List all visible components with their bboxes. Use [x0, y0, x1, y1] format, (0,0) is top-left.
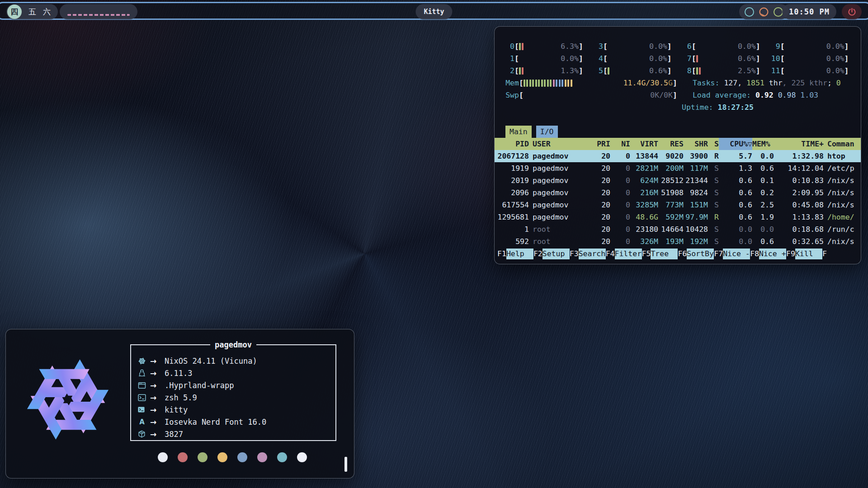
cpu-meter-5: 5[0.6%] — [594, 66, 672, 75]
palette-dot-4 — [237, 452, 247, 462]
fastfetch-terminal-window[interactable]: pagedmov →NixOS 24.11 (Vicuna)→6.11.3→.H… — [5, 329, 354, 479]
tab-io[interactable]: I/O — [536, 126, 558, 138]
fetch-value: kitty — [165, 405, 188, 414]
fkey-f[interactable]: F — [822, 249, 827, 258]
fetch-value: Iosevka Nerd Font 16.0 — [165, 418, 266, 427]
font-icon: A — [137, 418, 150, 427]
desktop: 四五六 Kitty 10:50 PM 0[6.3%]3 — [0, 0, 868, 488]
arrow-icon: → — [150, 418, 165, 427]
fkey-f9-kill[interactable]: F9Kill — [786, 249, 822, 259]
cpu-meter-6: 6[0.0%] — [683, 42, 760, 51]
system-info-rows: →NixOS 24.11 (Vicuna)→6.11.3→.Hyprland-w… — [137, 355, 332, 440]
fetch-value: zsh 5.9 — [165, 393, 197, 402]
palette-dot-0 — [158, 452, 168, 462]
palette-dot-5 — [257, 452, 267, 462]
nix-icon — [137, 357, 150, 366]
packages-icon — [137, 430, 150, 438]
arrow-icon: → — [150, 430, 165, 439]
workspace-button-六[interactable]: 六 — [43, 4, 51, 19]
blank-row — [495, 113, 861, 126]
fetch-row: →NixOS 24.11 (Vicuna) — [137, 355, 332, 367]
svg-text:A: A — [139, 418, 145, 426]
mpris-widget[interactable] — [60, 4, 137, 19]
uptime-value: Uptime: 18:27:25 — [682, 103, 754, 112]
clock-label: 10:50 PM — [789, 7, 830, 16]
cpu-meter-0: 0[6.3%] — [505, 42, 583, 51]
function-key-bar: F1Help F2Setup F3SearchF4FilterF5Tree F6… — [495, 248, 861, 260]
power-button[interactable] — [842, 4, 862, 19]
cpu-meter-7: 7[0.6%] — [683, 54, 760, 63]
shell-icon — [137, 393, 150, 402]
cpu-meter-4: 4[0.0%] — [594, 54, 672, 63]
tab-main[interactable]: Main — [505, 126, 532, 138]
fetch-value: 6.11.3 — [165, 369, 192, 378]
green-circle-icon[interactable] — [774, 7, 783, 17]
fkey-f5-tree[interactable]: F5Tree — [642, 249, 678, 259]
cpu-meter-3: 3[0.0%] — [594, 42, 672, 51]
process-row-2019[interactable]: 2019pagedmov200624M2851221344S0.60.10:10… — [495, 174, 861, 187]
memory-meter: Mem[11.4G/30.5G] — [505, 79, 677, 87]
process-row-592[interactable]: 592root200326M193M192MS0.00.60:32.65/nix… — [495, 235, 861, 248]
workspaces-widget: 四五六 — [6, 4, 58, 19]
fkey-f4-filter[interactable]: F4Filter — [606, 249, 642, 259]
status-bar: 四五六 Kitty 10:50 PM — [0, 0, 868, 22]
window-title-label: Kitty — [424, 8, 444, 16]
fkey-f1-help[interactable]: F1Help — [497, 249, 533, 259]
tasks-summary: Tasks: 127, 1851 thr, 225 kthr; 0 — [693, 79, 841, 87]
wm-icon — [137, 381, 150, 390]
arrow-icon: → — [150, 357, 165, 366]
teal-circle-icon[interactable] — [745, 7, 754, 17]
cpu-meter-8: 8[2.5%] — [683, 66, 760, 75]
fkey-f7-nice[interactable]: F7Nice - — [714, 249, 750, 259]
fetch-value: NixOS 24.11 (Vicuna) — [165, 357, 257, 366]
cpu-meter-2: 2[1.3%] — [505, 66, 583, 75]
active-window-title: Kitty — [415, 4, 452, 19]
process-row-1919[interactable]: 1919pagedmov2002821M200M117MS1.30.614:12… — [495, 162, 861, 174]
nixos-logo — [16, 347, 120, 451]
fkey-f8-nice+[interactable]: F8Nice + — [750, 249, 786, 259]
moon-circle-icon[interactable] — [759, 7, 769, 17]
cpu-meter-1: 1[0.0%] — [505, 54, 583, 63]
fetch-row: →zsh 5.9 — [137, 391, 332, 404]
htop-tabs: MainI/O — [495, 126, 861, 138]
fetch-row: →kitty — [137, 404, 332, 416]
process-table-header[interactable]: PIDUSERPRINIVIRTRESSHRSCPU%▽MEM%TIME+Com… — [495, 138, 861, 150]
cursor-block — [344, 457, 347, 472]
fkey-f3-search[interactable]: F3Search — [570, 249, 606, 259]
border-line — [256, 344, 336, 345]
clock-widget[interactable]: 10:50 PM — [782, 4, 836, 19]
process-row-617554[interactable]: 617554pagedmov2003285M773M151MS0.62.50:4… — [495, 199, 861, 211]
process-row-2096[interactable]: 2096pagedmov200216M519089824S0.60.22:09.… — [495, 187, 861, 199]
border-line — [130, 344, 210, 345]
cpu-meter-9: 9[0.0%] — [771, 42, 849, 51]
palette-dot-6 — [277, 452, 287, 462]
fkey-f2-setup[interactable]: F2Setup — [533, 249, 570, 259]
info-box-top-border: pagedmov — [130, 340, 336, 349]
process-row-2067128[interactable]: 2067128pagedmov2001384490203900R5.70.01:… — [495, 150, 861, 162]
status-icons-widget — [739, 4, 788, 19]
arrow-icon: → — [150, 405, 165, 414]
terminal-color-palette — [158, 452, 307, 462]
cpu-meter-10: 10[0.0%] — [771, 54, 849, 63]
terminal-icon — [137, 406, 150, 413]
htop-content: 0[6.3%]3[0.0%]6[0.0%]9[0.0%]1[0.0%]4[0.0… — [495, 27, 861, 264]
load-average: Load average: 0.92 0.98 1.03 — [693, 91, 818, 99]
palette-dot-7 — [297, 452, 307, 462]
htop-terminal-window[interactable]: 0[6.3%]3[0.0%]6[0.0%]9[0.0%]1[0.0%]4[0.0… — [494, 26, 861, 264]
cpu-meters: 0[6.3%]3[0.0%]6[0.0%]9[0.0%]1[0.0%]4[0.0… — [495, 40, 861, 77]
power-icon — [847, 7, 857, 17]
palette-dot-1 — [178, 452, 188, 462]
linux-icon — [137, 369, 150, 378]
process-row-1295681[interactable]: 1295681pagedmov20048.6G592M97.9MR0.61.91… — [495, 211, 861, 223]
workspace-button-四[interactable]: 四 — [7, 5, 22, 19]
memory-meter-row: Mem[11.4G/30.5G]Tasks: 127, 1851 thr, 22… — [495, 77, 861, 89]
fetch-row: →.Hyprland-wrapp — [137, 379, 332, 391]
process-row-1[interactable]: 1root200231801466410428S0.00.00:18.68/ru… — [495, 223, 861, 235]
fetch-row: →3827 — [137, 428, 332, 440]
swap-meter-row: Swp[0K/0K]Load average: 0.92 0.98 1.03 — [495, 89, 861, 101]
process-table: 2067128pagedmov2001384490203900R5.70.01:… — [495, 150, 861, 248]
fetch-value: 3827 — [165, 430, 183, 439]
mpris-progress-dashes — [67, 14, 130, 16]
fkey-f6-sortby[interactable]: F6SortBy — [678, 249, 714, 259]
workspace-button-五[interactable]: 五 — [28, 4, 36, 19]
